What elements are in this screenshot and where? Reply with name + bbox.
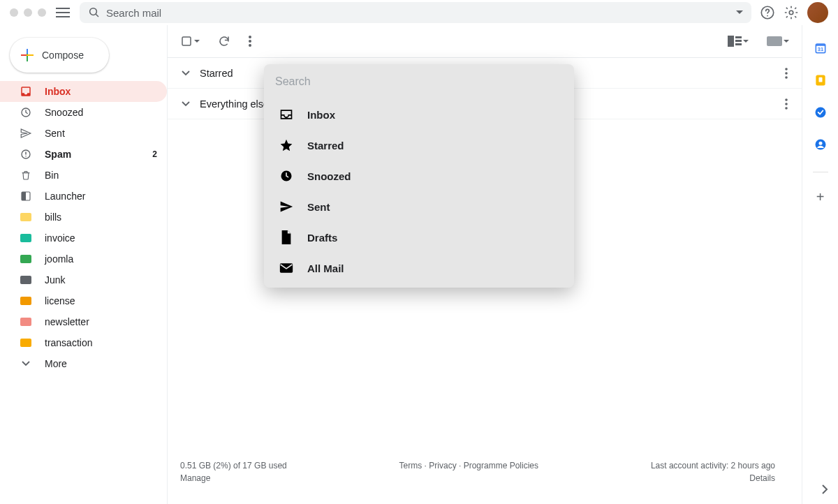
sidebar-item-bin[interactable]: Bin	[0, 165, 167, 186]
refresh-button[interactable]	[218, 35, 230, 47]
spam-icon	[20, 148, 32, 161]
mail-icon	[279, 262, 293, 274]
launcher-icon	[20, 191, 31, 202]
sidebar-item-label: Spam	[45, 149, 71, 160]
manage-storage-link[interactable]: Manage	[180, 473, 287, 483]
svg-point-22	[785, 103, 788, 105]
section-more-button[interactable]	[785, 98, 788, 110]
label-picker-dropdown: Inbox Starred Snoozed Sent Drafts All Ma…	[264, 64, 574, 288]
rail-separator	[813, 172, 828, 172]
chevron-right-icon	[821, 484, 828, 494]
side-panel-toggle[interactable]	[821, 484, 828, 494]
tasks-addon[interactable]	[813, 105, 828, 120]
svg-point-10	[249, 36, 251, 38]
section-more-button[interactable]	[785, 68, 788, 79]
sidebar-item-label: newsletter	[45, 316, 89, 327]
label-icon	[20, 255, 31, 263]
sidebar-item-label: Launcher	[45, 191, 85, 202]
dropdown-item-starred[interactable]: Starred	[264, 130, 573, 161]
search-mail[interactable]	[80, 2, 751, 23]
dropdown-caret-icon[interactable]	[736, 10, 743, 15]
sidebar-item-sent[interactable]: Sent	[0, 123, 167, 144]
svg-rect-9	[182, 37, 191, 45]
policies-link[interactable]: Programme Policies	[464, 461, 538, 470]
svg-point-2	[767, 15, 768, 17]
svg-point-29	[815, 108, 825, 118]
clock-icon	[279, 169, 293, 183]
svg-point-20	[785, 76, 788, 79]
help-button[interactable]	[760, 5, 775, 20]
svg-rect-16	[735, 43, 742, 45]
send-icon	[20, 127, 32, 140]
dropdown-item-snoozed[interactable]: Snoozed	[264, 161, 573, 191]
get-addons-button[interactable]: +	[816, 189, 825, 205]
sidebar-label-license[interactable]: license	[0, 290, 167, 311]
svg-rect-8	[22, 192, 26, 200]
sidebar-item-label: Junk	[45, 274, 66, 286]
sidebar-item-label: license	[45, 295, 75, 306]
caret-down-icon	[194, 40, 200, 43]
plus-icon	[21, 49, 34, 61]
checkbox-icon	[180, 35, 193, 47]
chevron-down-icon	[182, 71, 190, 76]
svg-point-21	[785, 98, 788, 101]
input-tools-button[interactable]	[767, 36, 789, 46]
hamburger-icon	[56, 8, 70, 17]
sidebar-item-spam[interactable]: Spam 2	[0, 144, 167, 165]
activity-text: Last account activity: 2 hours ago	[651, 461, 775, 470]
dropdown-item-label: Inbox	[307, 109, 335, 121]
split-pane-button[interactable]	[728, 36, 749, 47]
storage-text: 0.51 GB (2%) of 17 GB used	[180, 461, 287, 470]
calendar-addon[interactable]: 31	[813, 40, 828, 56]
sidebar-label-bills[interactable]: bills	[0, 207, 167, 228]
svg-rect-15	[735, 40, 742, 42]
svg-point-0	[90, 8, 97, 15]
sidebar-item-inbox[interactable]: Inbox	[0, 81, 167, 102]
window-max-dot[interactable]	[38, 8, 46, 17]
sidebar-label-invoice[interactable]: invoice	[0, 228, 167, 249]
sidebar-item-launcher[interactable]: Launcher	[0, 186, 167, 207]
sidebar-label-newsletter[interactable]: newsletter	[0, 311, 167, 332]
details-link[interactable]: Details	[651, 473, 775, 483]
keyboard-icon	[767, 36, 782, 46]
window-close-dot[interactable]	[10, 8, 18, 17]
terms-link[interactable]: Terms	[399, 461, 422, 470]
caret-down-icon	[784, 40, 789, 43]
star-icon	[279, 138, 293, 152]
dropdown-search[interactable]	[264, 64, 574, 99]
dropdown-item-inbox[interactable]: Inbox	[264, 99, 573, 130]
search-icon	[88, 6, 101, 19]
select-all-checkbox[interactable]	[180, 35, 200, 47]
sidebar-more[interactable]: More	[0, 353, 167, 374]
main-menu-button[interactable]	[54, 4, 71, 21]
calendar-icon: 31	[814, 41, 828, 55]
dropdown-item-drafts[interactable]: Drafts	[264, 222, 573, 253]
svg-rect-14	[735, 36, 742, 38]
dropdown-item-all-mail[interactable]: All Mail	[264, 253, 573, 283]
chevron-down-icon	[22, 361, 30, 366]
window-min-dot[interactable]	[24, 8, 32, 17]
dropdown-item-label: Sent	[307, 201, 330, 213]
sidebar-item-snoozed[interactable]: Snoozed	[0, 102, 167, 123]
more-actions-button[interactable]	[249, 36, 251, 47]
compose-button[interactable]: Compose	[10, 38, 109, 73]
avatar[interactable]	[807, 2, 828, 23]
dropdown-search-input[interactable]	[275, 75, 563, 88]
sidebar-label-junk[interactable]: Junk	[0, 269, 167, 290]
settings-button[interactable]	[784, 5, 799, 20]
svg-point-12	[249, 44, 251, 47]
dropdown-item-sent[interactable]: Sent	[264, 191, 573, 222]
dropdown-item-label: Drafts	[307, 232, 337, 244]
privacy-link[interactable]: Privacy	[429, 461, 456, 470]
split-pane-icon	[728, 36, 742, 47]
sidebar-item-label: joomla	[45, 253, 73, 265]
sidebar-label-joomla[interactable]: joomla	[0, 249, 167, 269]
keep-addon[interactable]	[813, 73, 828, 88]
dropdown-list[interactable]: Inbox Starred Snoozed Sent Drafts All Ma…	[264, 99, 574, 288]
search-mail-input[interactable]	[106, 7, 730, 19]
label-icon	[20, 339, 31, 347]
label-icon	[20, 213, 31, 221]
contacts-addon[interactable]	[813, 137, 828, 152]
section-title: Everything else	[200, 98, 269, 110]
sidebar-label-transaction[interactable]: transaction	[0, 332, 167, 353]
